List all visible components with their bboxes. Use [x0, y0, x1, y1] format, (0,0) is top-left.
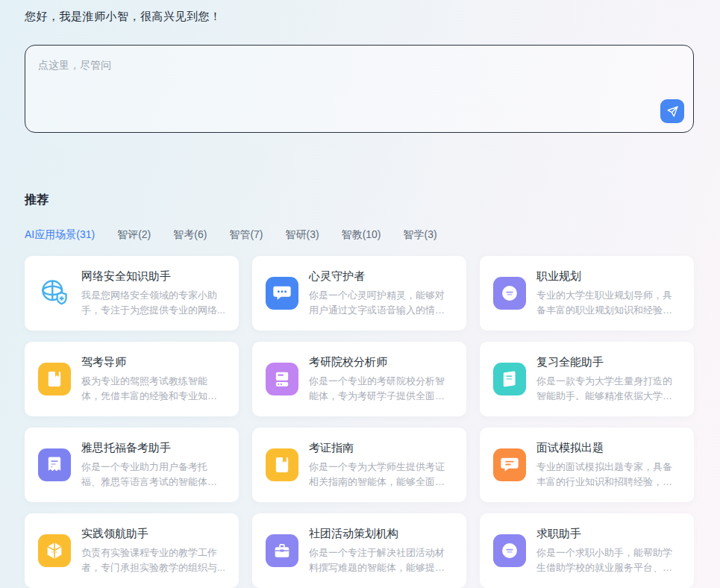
tab-zhiping[interactable]: 智评(2) [117, 228, 151, 242]
agent-card[interactable]: 求职助手 你是一个求职小助手，能帮助学生借助学校的就业服务平台、招聘... [480, 513, 694, 588]
tab-zhijiao[interactable]: 智教(10) [342, 228, 381, 242]
card-description: 你是一个专业助力用户备考托福、雅思等语言考试的智能体。 ## ... [81, 460, 225, 490]
card-description: 你是一个求职小助手，能帮助学生借助学校的就业服务平台、招聘... [536, 545, 680, 575]
category-tabs: AI应用场景(31) 智评(2) 智考(6) 智管(7) 智研(3) 智教(10… [25, 228, 437, 242]
card-title: 面试模拟出题 [536, 441, 680, 455]
agent-card[interactable]: 考证指南 你是一个专为大学师生提供考证相关指南的智能体，能够全面且精... [252, 428, 466, 502]
agent-card[interactable]: 社团活动策划机构 你是一个专注于解决社团活动材料撰写难题的智能体，能够提供极..… [252, 513, 466, 588]
card-title: 考证指南 [309, 441, 453, 455]
card-title: 职业规划 [536, 269, 680, 284]
agent-card[interactable]: 复习全能助手 你是一款专为大学生量身打造的智能助手。能够精准依据大学生的... [480, 342, 694, 416]
recommend-title: 推荐 [25, 193, 48, 208]
card-description: 你是一个专注于解决社团活动材料撰写难题的智能体，能够提供极... [309, 545, 453, 575]
card-title: 求职助手 [536, 527, 680, 541]
card-title: 雅思托福备考助手 [81, 441, 225, 455]
agent-card[interactable]: 职业规划 专业的大学生职业规划导师，具备丰富的职业规划知识和经验，能... [480, 256, 694, 331]
agent-card[interactable]: 驾考导师 极为专业的驾照考试教练智能体，凭借丰富的经验和专业知识，致... [25, 342, 239, 416]
card-description: 你是一个专业的考研院校分析智能体，专为考研学子提供全面、精... [309, 374, 453, 404]
chat-lines-icon [493, 448, 526, 481]
book-icon [38, 363, 71, 395]
card-description: 负责有实验课程专业的教学工作者，专门承担实验教学的组织与... [81, 545, 225, 575]
resume-badge-icon [493, 277, 526, 310]
agent-card[interactable]: 面试模拟出题 专业的面试模拟出题专家，具备丰富的行业知识和招聘经验，能够... [480, 428, 694, 502]
agent-card[interactable]: 网络安全知识助手 我是您网络安全领域的专家小助手，专注于为您提供专业的网络... [25, 256, 239, 331]
greeting-text: 您好，我是淮师小智，很高兴见到您！ [25, 10, 222, 24]
paper-plane-icon [666, 105, 679, 118]
notebook-icon [493, 363, 526, 395]
card-description: 专业的面试模拟出题专家，具备丰富的行业知识和招聘经验，能够... [536, 460, 680, 490]
agent-card[interactable]: 心灵守护者 你是一个心灵呵护精灵，能够对用户通过文字或语音输入的情绪日... [252, 256, 466, 331]
tab-zhixue[interactable]: 智学(3) [404, 228, 437, 242]
tab-zhiyan[interactable]: 智研(3) [286, 228, 319, 242]
agent-card[interactable]: 考研院校分析师 你是一个专业的考研院校分析智能体，专为考研学子提供全面、精... [252, 342, 466, 416]
card-title: 心灵守护者 [309, 269, 453, 284]
document-icon [38, 448, 71, 481]
card-description: 专业的大学生职业规划导师，具备丰富的职业规划知识和经验，能... [536, 288, 680, 318]
tab-zhiguan[interactable]: 智管(7) [229, 228, 263, 242]
server-icon [266, 363, 298, 395]
agent-card[interactable]: 雅思托福备考助手 你是一个专业助力用户备考托福、雅思等语言考试的智能体。 ## … [25, 428, 239, 502]
card-title: 复习全能助手 [536, 355, 680, 369]
briefcase-icon [266, 534, 298, 567]
card-title: 驾考导师 [81, 355, 225, 369]
tab-zhikao[interactable]: 智考(6) [173, 228, 207, 242]
globe-shield-icon [38, 277, 71, 310]
send-button[interactable] [660, 99, 684, 123]
chat-dots-icon [266, 277, 298, 310]
assistant-home-page: 您好，我是淮师小智，很高兴见到您！ 推荐 AI应用场景(31) 智评(2) 智考… [0, 0, 720, 588]
card-title: 社团活动策划机构 [309, 527, 453, 541]
card-title: 考研院校分析师 [309, 355, 453, 369]
agent-card[interactable]: 实践领航助手 负责有实验课程专业的教学工作者，专门承担实验教学的组织与... [25, 513, 239, 588]
resume-badge-icon [493, 534, 526, 567]
card-description: 你是一个专为大学师生提供考证相关指南的智能体，能够全面且精... [309, 460, 453, 490]
book-icon [266, 448, 298, 481]
card-title: 网络安全知识助手 [81, 269, 225, 284]
question-input-box [25, 45, 694, 133]
card-title: 实践领航助手 [81, 527, 225, 541]
question-input[interactable] [25, 46, 693, 132]
card-description: 你是一款专为大学生量身打造的智能助手。能够精准依据大学生的... [536, 374, 680, 404]
card-description: 你是一个心灵呵护精灵，能够对用户通过文字或语音输入的情绪日... [309, 288, 453, 318]
card-description: 极为专业的驾照考试教练智能体，凭借丰富的经验和专业知识，致... [81, 374, 225, 404]
card-description: 我是您网络安全领域的专家小助手，专注于为您提供专业的网络... [81, 288, 225, 318]
cube-icon [38, 534, 71, 567]
agent-card-grid: 网络安全知识助手 我是您网络安全领域的专家小助手，专注于为您提供专业的网络...… [25, 256, 694, 588]
tab-ai-scenes[interactable]: AI应用场景(31) [25, 228, 95, 242]
